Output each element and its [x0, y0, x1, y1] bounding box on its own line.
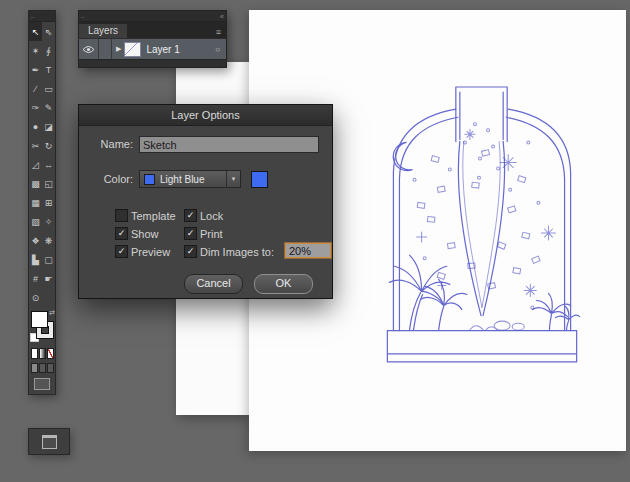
magic-wand-tool[interactable]: ✶ — [29, 41, 42, 60]
rectangle-tool[interactable]: ▭ — [42, 79, 55, 98]
print-label: Print — [200, 228, 223, 240]
layers-panel: ∙∙ « Layers ≡ ▶ Layer 1 ○ — [78, 10, 227, 68]
dialog-body: Name: Color: Light Blue ▼ Template ✓ Loc… — [79, 126, 332, 298]
zoom-tool[interactable]: ⊙ — [29, 288, 42, 307]
blank — [42, 288, 55, 307]
swap-fill-stroke-icon[interactable]: ⇄ — [49, 309, 55, 317]
template-label: Template — [131, 210, 176, 222]
show-checkbox[interactable]: ✓ — [115, 227, 128, 240]
collapse-panel-icon[interactable]: « — [220, 12, 224, 21]
dim-images-label: Dim Images to: — [200, 246, 274, 258]
chevron-down-icon: ▼ — [226, 171, 240, 187]
artboard-tool[interactable]: ▢ — [42, 250, 55, 269]
lock-label: Lock — [200, 210, 223, 222]
tools-panel-grip[interactable]: ∙∙ — [29, 11, 55, 22]
lock-checkbox[interactable]: ✓ — [184, 209, 197, 222]
mesh-tool[interactable]: ⊞ — [42, 193, 55, 212]
eye-icon — [82, 45, 95, 54]
template-checkbox[interactable] — [115, 209, 128, 222]
panel-menu-icon[interactable]: ≡ — [216, 27, 226, 38]
lasso-tool[interactable]: ∮ — [42, 41, 55, 60]
scale-tool[interactable]: ◿ — [29, 155, 42, 174]
layer-row[interactable]: ▶ Layer 1 ○ — [79, 38, 226, 59]
grip-dots-icon: ∙∙ — [31, 12, 35, 21]
lock-toggle[interactable] — [99, 39, 112, 59]
layers-panel-grip[interactable]: ∙∙ « — [79, 11, 226, 22]
color-label: Color: — [85, 173, 133, 185]
none-button[interactable] — [47, 348, 54, 359]
pen-tool[interactable]: ✒ — [29, 60, 42, 79]
sketch-artwork — [379, 84, 581, 376]
preview-checkbox[interactable]: ✓ — [115, 245, 128, 258]
layer-thumbnail[interactable] — [124, 42, 141, 57]
shape-builder-tool[interactable]: ◱ — [42, 174, 55, 193]
name-field[interactable] — [139, 136, 319, 153]
ok-button[interactable]: OK — [254, 274, 313, 294]
screen-mode-button[interactable] — [34, 378, 50, 390]
type-tool[interactable]: T — [42, 60, 55, 79]
dialog-titlebar[interactable]: Layer Options — [79, 105, 332, 126]
draw-normal-button[interactable] — [31, 363, 38, 373]
toolbar-tools: ↖⇖✶∮✒T∕▭✑✎●◪✂↻◿↔▩◱▦⊞▧✧❖❋▙▢#☛⊙ — [29, 22, 55, 307]
panel-bottom-bar — [79, 59, 226, 67]
layer-name[interactable]: Layer 1 — [146, 44, 179, 55]
panel-tab-bar: Layers ≡ — [79, 22, 226, 38]
column-graph-tool[interactable]: ▙ — [29, 250, 42, 269]
preview-label: Preview — [131, 246, 170, 258]
dim-images-checkbox[interactable]: ✓ — [184, 245, 197, 258]
grip-dots-icon: ∙∙ — [81, 12, 85, 21]
target-circle-icon[interactable]: ○ — [215, 45, 220, 54]
color-button[interactable] — [31, 348, 38, 359]
color-dropdown[interactable]: Light Blue ▼ — [139, 170, 241, 188]
disclosure-triangle-icon[interactable]: ▶ — [116, 45, 121, 53]
show-label: Show — [131, 228, 159, 240]
color-mode-row — [29, 345, 55, 360]
fill-stroke-widget: ⇄ — [29, 309, 55, 345]
rotate-tool[interactable]: ↻ — [42, 136, 55, 155]
direct-selection-tool[interactable]: ⇖ — [42, 22, 55, 41]
tools-panel: ∙∙ ↖⇖✶∮✒T∕▭✑✎●◪✂↻◿↔▩◱▦⊞▧✧❖❋▙▢#☛⊙ ⇄ — [28, 10, 56, 395]
name-label: Name: — [85, 138, 133, 150]
cancel-button[interactable]: Cancel — [184, 274, 243, 294]
draw-behind-button[interactable] — [39, 363, 46, 373]
symbol-sprayer-tool[interactable]: ❋ — [42, 231, 55, 250]
color-dropdown-value: Light Blue — [160, 174, 226, 185]
draw-inside-button[interactable] — [47, 363, 54, 373]
color-chip — [144, 174, 155, 185]
panel-window-icon — [42, 435, 57, 449]
eyedropper-tool[interactable]: ✧ — [42, 212, 55, 231]
scissors-tool[interactable]: ✂ — [29, 136, 42, 155]
print-checkbox[interactable]: ✓ — [184, 227, 197, 240]
slice-tool[interactable]: # — [29, 269, 42, 288]
width-tool[interactable]: ↔ — [42, 155, 55, 174]
blend-tool[interactable]: ❖ — [29, 231, 42, 250]
dim-images-field[interactable] — [285, 243, 331, 258]
docked-panel-icon-group[interactable] — [28, 428, 70, 455]
pencil-tool[interactable]: ✎ — [42, 98, 55, 117]
perspective-grid-tool[interactable]: ▦ — [29, 193, 42, 212]
visibility-toggle[interactable] — [79, 39, 99, 59]
layer-options-dialog: Layer Options Name: Color: Light Blue ▼ … — [78, 104, 333, 299]
layer-color-swatch[interactable] — [251, 171, 268, 188]
line-tool[interactable]: ∕ — [29, 79, 42, 98]
gradient-tool[interactable]: ▧ — [29, 212, 42, 231]
tab-layers[interactable]: Layers — [79, 24, 127, 38]
hand-tool[interactable]: ☛ — [42, 269, 55, 288]
eraser-tool[interactable]: ◪ — [42, 117, 55, 136]
dialog-title: Layer Options — [171, 109, 239, 121]
paintbrush-tool[interactable]: ✑ — [29, 98, 42, 117]
blob-brush-tool[interactable]: ● — [29, 117, 42, 136]
fill-swatch[interactable] — [31, 311, 48, 328]
free-transform-tool[interactable]: ▩ — [29, 174, 42, 193]
gradient-button[interactable] — [39, 348, 46, 359]
draw-mode-row — [29, 360, 55, 374]
selection-tool[interactable]: ↖ — [29, 22, 42, 41]
